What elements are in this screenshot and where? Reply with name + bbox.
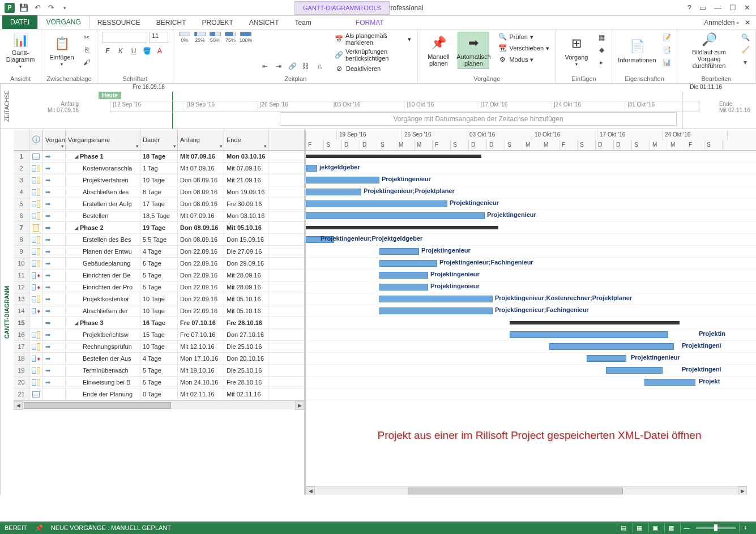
tab-ansicht[interactable]: ANSICHT [241, 16, 287, 29]
scroll-to-task-button[interactable]: 🔎Bildlauf zum Vorgang durchführen [682, 32, 736, 69]
qat-customize-icon[interactable]: ▾ [60, 3, 69, 12]
gantt-task-bar[interactable] [306, 189, 361, 195]
table-row[interactable]: 14♦➡Abschließen der10 TageDon 22.09.16Mi… [14, 305, 304, 317]
table-row[interactable]: 18♦➡Bestellen der Aus4 TageMon 17.10.16D… [14, 353, 304, 365]
table-row[interactable]: 1➡Phase 118 TageMit 07.09.16Mon 03.10.16 [14, 151, 304, 163]
link-button[interactable]: 🔗 [287, 61, 298, 72]
gantt-summary-bar[interactable] [510, 321, 680, 324]
zoom-out-button[interactable]: — [680, 523, 693, 532]
save-icon[interactable]: 💾 [19, 3, 28, 12]
gantt-task-bar[interactable] [306, 200, 447, 207]
gantt-task-bar[interactable] [549, 343, 674, 350]
timeline-scale[interactable]: |12 Sep '16|19 Sep '16|26 Sep '16|03 Okt… [110, 101, 699, 112]
header-rownum[interactable] [14, 129, 29, 150]
header-indicators[interactable]: ⓘ [29, 129, 43, 150]
zoom-in-button[interactable]: + [739, 523, 751, 532]
gantt-task-bar[interactable] [606, 367, 663, 374]
zoom-slider[interactable] [696, 527, 736, 529]
summary-task-icon[interactable]: ▦ [596, 32, 607, 43]
view-shortcut-2[interactable]: ▦ [633, 523, 645, 532]
deliverable-icon[interactable]: ▸ [596, 57, 607, 68]
tab-projekt[interactable]: PROJEKT [194, 16, 241, 29]
header-duration[interactable]: Dauer▾ [140, 129, 178, 150]
header-mode[interactable]: Vorgan▾ [43, 129, 66, 150]
outdent-button[interactable]: ⇤ [259, 61, 271, 72]
table-row[interactable]: 4➡Abschließen des8 TageDon 08.09.16Mon 1… [14, 186, 304, 198]
bold-button[interactable]: F [102, 45, 113, 57]
gantt-task-bar[interactable] [644, 379, 695, 386]
gantt-task-bar[interactable] [379, 307, 493, 314]
table-row[interactable]: 17➡Rechnungsprüfun10 TageMit 12.10.16Die… [14, 341, 304, 353]
tab-team[interactable]: Team [287, 16, 319, 29]
mark-ontrack-button[interactable]: 📅Als plangemäß markieren ▾ [333, 32, 413, 46]
pct-0-button[interactable]: 0% [178, 32, 191, 43]
cut-icon[interactable]: ✂ [81, 32, 92, 43]
table-row[interactable]: 16➡Projektberichtsw15 TageFre 07.10.16Do… [14, 329, 304, 341]
timeline-drop-hint[interactable]: Vorgänge mit Datumsangaben der Zeitachse… [280, 112, 677, 126]
pct-75-button[interactable]: 75% [224, 32, 237, 43]
view-shortcut-3[interactable]: ▣ [648, 523, 661, 532]
unlink-button[interactable]: ⛓ [300, 61, 311, 72]
tab-vorgang[interactable]: VORGANG [37, 15, 89, 29]
details-icon[interactable]: 📑 [661, 44, 672, 55]
table-row[interactable]: 3➡Projektverfahren10 TageDon 08.09.16Mit… [14, 174, 304, 186]
table-row[interactable]: 5➡Erstellen der Aufg17 TageDon 08.09.16F… [14, 198, 304, 210]
table-row[interactable]: 8➡Erstellen des Bes5,5 TageDon 08.09.16D… [14, 234, 304, 246]
gantt-task-bar[interactable] [306, 212, 485, 219]
gantt-task-bar[interactable] [306, 165, 317, 172]
table-row[interactable]: 6➡Bestellen18,5 TageMit 07.09.16Mon 03.1… [14, 210, 304, 222]
scroll-right-icon[interactable]: ▶ [295, 401, 304, 410]
fill-icon[interactable]: ▾ [740, 57, 751, 68]
indent-button[interactable]: ⇥ [273, 61, 284, 72]
inspect-button[interactable]: 🔍Prüfen ▾ [496, 32, 551, 42]
table-row[interactable]: 12♦➡Einrichten der Pro5 TageDon 22.09.16… [14, 281, 304, 293]
information-button[interactable]: 📄Informationen [617, 32, 657, 69]
font-size-select[interactable]: 11 [149, 32, 168, 43]
gantt-hscroll[interactable]: ◀ ▶ [306, 486, 747, 495]
gantt-scroll-thumb[interactable] [408, 488, 623, 494]
table-row[interactable]: 20➡Einweisung bei B5 TageMon 24.10.16Fre… [14, 377, 304, 388]
gantt-task-bar[interactable] [510, 331, 668, 338]
gantt-scroll-left-icon[interactable]: ◀ [306, 486, 315, 495]
scroll-left-icon[interactable]: ◀ [14, 401, 23, 410]
header-name[interactable]: Vorgangsname▾ [66, 129, 140, 150]
milestone-icon[interactable]: ◆ [596, 44, 607, 55]
mode-button[interactable]: ⚙Modus ▾ [496, 54, 551, 65]
copy-icon[interactable]: ⎘ [81, 44, 92, 55]
help-icon[interactable]: ? [687, 3, 691, 12]
auto-schedule-button[interactable]: ➡Automatisch planen [458, 32, 489, 69]
gantt-scroll-right-icon[interactable]: ▶ [738, 486, 747, 495]
table-row[interactable]: 11♦➡Einrichten der Be5 TageDon 22.09.16M… [14, 270, 304, 281]
tab-datei[interactable]: DATEI [2, 15, 37, 29]
gantt-task-bar[interactable] [379, 248, 419, 255]
pct-100-button[interactable]: 100% [239, 32, 253, 43]
table-row[interactable]: 21Ende der Planung0 TageMit 02.11.16Mit … [14, 388, 304, 400]
clear-icon[interactable]: 🧹 [740, 44, 751, 55]
gantt-task-bar[interactable] [379, 260, 437, 267]
table-hscroll[interactable]: ◀ ▶ [14, 400, 304, 409]
task-insert-button[interactable]: ⊞Vorgang▾ [561, 32, 592, 69]
notes-icon[interactable]: 📝 [661, 32, 672, 43]
header-finish[interactable]: Ende▾ [224, 129, 268, 150]
minimize-icon[interactable]: — [714, 3, 721, 12]
gantt-task-bar[interactable] [379, 284, 428, 291]
gantt-summary-bar[interactable] [306, 155, 481, 158]
move-button[interactable]: 📆Verschieben ▾ [496, 43, 551, 53]
split-button[interactable]: ⎌ [314, 61, 325, 72]
undo-icon[interactable]: ↶ [33, 3, 42, 12]
table-row[interactable]: 13➡Projektkostenkor10 TageDon 22.09.16Mi… [14, 293, 304, 305]
tab-format[interactable]: FORMAT [348, 16, 392, 29]
gantt-task-bar[interactable] [587, 355, 626, 362]
table-row[interactable]: 19➡Terminüberwach5 TageMit 19.10.16Die 2… [14, 365, 304, 377]
pct-25-button[interactable]: 25% [193, 32, 207, 43]
font-family-select[interactable] [102, 32, 147, 43]
format-painter-icon[interactable]: 🖌 [81, 57, 92, 68]
underline-button[interactable]: U [128, 45, 139, 57]
deactivate-button[interactable]: ⊘Deaktivieren [333, 63, 413, 74]
paste-button[interactable]: 📋 Einfügen▾ [46, 32, 78, 69]
respect-links-button[interactable]: 🔗Verknüpfungen berücksichtigen [333, 48, 413, 62]
ribbon-collapse-icon[interactable]: ▭ [699, 3, 706, 12]
fill-color-button[interactable]: 🪣 [141, 45, 152, 57]
gantt-task-bar[interactable] [306, 177, 379, 183]
timeline-icon[interactable]: 📊 [661, 57, 672, 68]
